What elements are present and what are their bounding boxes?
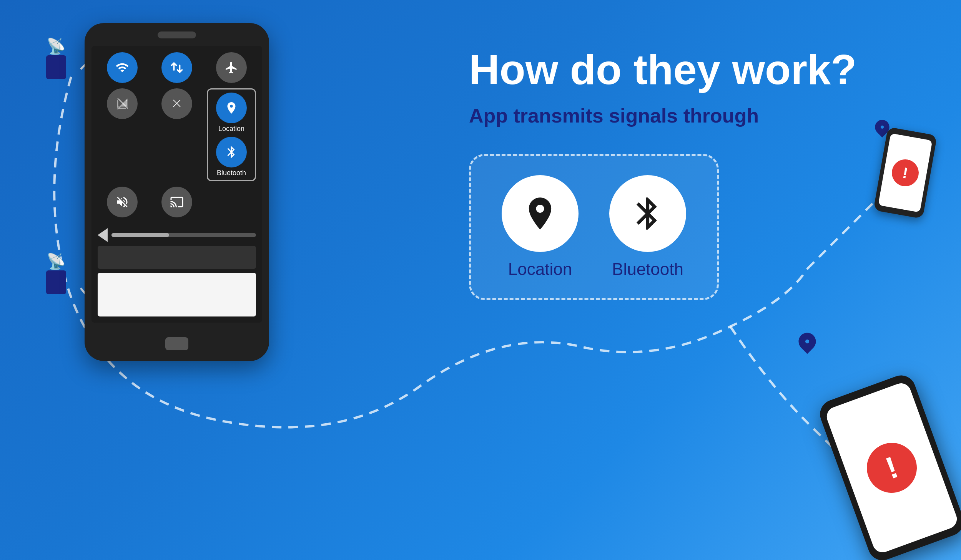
- subtitle: App transmits signals through: [469, 104, 759, 127]
- bluetooth-control[interactable]: Bluetooth: [211, 137, 252, 177]
- volume-icon: [98, 228, 108, 242]
- small-phone-screen: !: [878, 133, 932, 212]
- airplane-button[interactable]: [216, 52, 247, 83]
- phone-home-button[interactable]: [165, 337, 188, 350]
- main-title: How do they work?: [469, 46, 856, 93]
- data-transfer-button[interactable]: [161, 52, 192, 83]
- wifi-button[interactable]: [107, 52, 138, 83]
- screen-bottom-bar: [98, 246, 256, 269]
- cast-button[interactable]: [161, 187, 192, 217]
- no-signal-button[interactable]: [107, 88, 138, 119]
- phone-screen: Location Bluetooth: [91, 46, 262, 323]
- bluetooth-label: Bluetooth: [217, 169, 246, 177]
- large-phone-antenna-area: [796, 332, 819, 356]
- screen-dark-panel: Location Bluetooth: [91, 46, 262, 323]
- phone-outer: Location Bluetooth: [85, 23, 269, 361]
- location-label: Location: [218, 125, 244, 133]
- signal-location-item: Location: [502, 175, 579, 279]
- bluetooth-circle: [609, 175, 686, 252]
- antenna-large-icon: [796, 332, 819, 355]
- phone-speaker: [158, 31, 196, 38]
- beacon-body-top: [46, 55, 66, 79]
- no-sound-button[interactable]: [107, 187, 138, 217]
- beacon-bottom-left: 📡: [46, 253, 66, 294]
- location-control[interactable]: Location: [211, 93, 252, 133]
- antenna-icon-bottom: 📡: [47, 253, 66, 269]
- volume-track[interactable]: [111, 233, 256, 237]
- beacon-top-left: 📡: [46, 38, 66, 79]
- screen-white-area: [98, 273, 256, 316]
- bluetooth-signal-label: Bluetooth: [612, 260, 683, 279]
- bluetooth-button[interactable]: [216, 137, 247, 167]
- large-alert-circle: !: [860, 436, 924, 500]
- volume-slider-row: [98, 228, 256, 242]
- small-alert-circle: !: [890, 157, 921, 188]
- location-button[interactable]: [216, 93, 247, 123]
- volume-fill: [111, 233, 169, 237]
- beacon-body-bottom: [46, 270, 66, 294]
- signal-bluetooth-item: Bluetooth: [609, 175, 686, 279]
- left-section: 📡 📡: [0, 0, 423, 560]
- main-phone: Location Bluetooth: [85, 23, 269, 361]
- no-rotation-button[interactable]: [161, 88, 192, 119]
- signal-items-box: Location Bluetooth: [469, 154, 719, 300]
- antenna-icon-top: 📡: [47, 38, 66, 54]
- location-signal-label: Location: [508, 260, 572, 279]
- quick-controls-grid: Location Bluetooth: [98, 52, 256, 217]
- location-circle: [502, 175, 579, 252]
- location-bluetooth-box: Location Bluetooth: [207, 88, 256, 181]
